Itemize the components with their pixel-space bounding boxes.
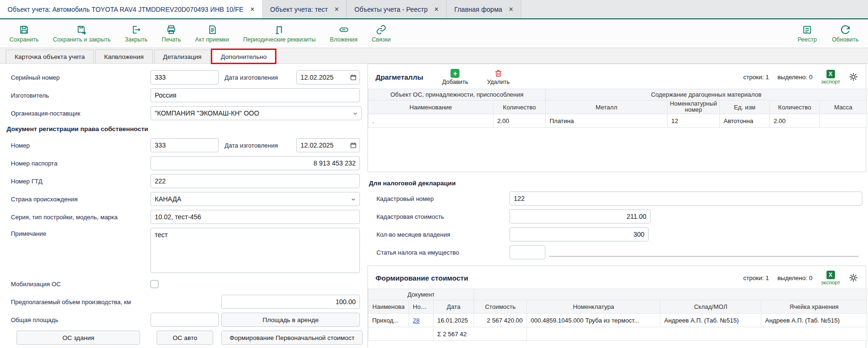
window-tab-object-rav4[interactable]: Объект учета: Автомобиль TOYOTA RAV4 JTM… (0, 0, 263, 18)
calendar-icon[interactable] (350, 142, 357, 149)
window-tab-registry[interactable]: Объекты учета - Реестр × (347, 0, 447, 18)
form-tab-bar: Карточка объекта учета Капвложения Детал… (0, 48, 868, 64)
precious-metals-section: Драгметаллы + Добавить Удалить строки: 1… (367, 64, 866, 172)
close-tab-icon[interactable]: × (434, 6, 439, 13)
rows-count: строки: 1 (743, 74, 769, 81)
cadastral-number-field[interactable] (509, 191, 862, 206)
total-row: Σ 2 567 42 (368, 327, 867, 341)
acceptance-act-button[interactable]: Акт приемки (195, 25, 229, 43)
window-tab-object-test[interactable]: Объект учета: тест × (263, 0, 347, 18)
cell-nomenclature[interactable]: 000.4859.1045.000 Труба из термост... (527, 314, 660, 327)
save-and-close-button[interactable]: Сохранить и закрыть (53, 25, 110, 43)
cell-storage-cell[interactable]: Андреев А.П. (Таб. №515) (761, 314, 867, 327)
left-form-panel: Серийный номер Дата изготовления Изготов… (0, 64, 366, 348)
total-area-field[interactable] (150, 313, 219, 327)
save-button[interactable]: Сохранить (9, 25, 39, 43)
close-tab-icon[interactable]: × (250, 6, 254, 13)
delete-row-label: Удалить (487, 79, 510, 85)
window-tab-main-form[interactable]: Главная форма × (447, 0, 521, 18)
passport-number-label: Номер паспорта (11, 160, 150, 167)
table-row[interactable]: Приход... 28 16.01.2025 2 567 420.00 000… (368, 314, 867, 327)
os-buildings-button[interactable]: ОС здания (17, 331, 140, 345)
rows-count: строки: 1 (743, 274, 769, 282)
table-row[interactable]: . 2.00 Платина 12 Автотонна 2.00 (368, 114, 867, 128)
print-button[interactable]: Печать (162, 25, 181, 43)
close-button[interactable]: Закрыть (125, 25, 148, 43)
refresh-button[interactable]: Обновить (832, 25, 859, 43)
registry-button[interactable]: Реестр (798, 25, 817, 43)
document-number-link[interactable]: 28 (413, 317, 419, 324)
cell-quantity2[interactable]: 2.00 (770, 114, 820, 128)
tab-object-card[interactable]: Карточка объекта учета (6, 50, 94, 63)
tab-detail[interactable]: Детализация (154, 50, 210, 63)
window-tab-label: Объект учета: тест (270, 6, 328, 13)
country-label: Страна происхождения (11, 196, 150, 203)
excel-export-button[interactable]: X экспорт (821, 70, 840, 84)
grid-settings-button[interactable] (849, 72, 858, 82)
cell-unit[interactable]: Автотонна (720, 114, 770, 128)
cell-doc-name[interactable]: Приход... (368, 314, 409, 327)
tax-declaration-section: Для налоговой декларации Кадастровый ном… (367, 180, 866, 263)
precious-metals-title: Драгметаллы (376, 73, 423, 81)
serial-number-field[interactable] (150, 70, 219, 84)
delete-row-button[interactable]: Удалить (487, 69, 510, 85)
links-button[interactable]: Связки (372, 25, 391, 43)
mobilization-checkbox[interactable] (150, 280, 159, 288)
total-sum-cell: Σ 2 567 42 (434, 327, 527, 341)
note-textarea[interactable]: тест (150, 228, 360, 273)
excel-export-button[interactable]: X экспорт (821, 271, 840, 285)
os-auto-button[interactable]: ОС авто (157, 331, 213, 345)
cell-metal[interactable]: Платина (546, 114, 668, 128)
group-header-empty (474, 289, 867, 300)
excel-icon: X (826, 271, 835, 279)
passport-number-field[interactable] (150, 156, 360, 170)
initial-cost-formation-button[interactable]: Формирование Первоначальной стоимост (221, 331, 363, 345)
cell-nomenclature-number[interactable]: 12 (668, 114, 720, 128)
attachments-button[interactable]: Вложения (330, 25, 358, 43)
cell-doc-number[interactable]: 28 (409, 314, 434, 327)
supplier-select[interactable] (150, 106, 362, 120)
manufacturer-field[interactable] (150, 88, 360, 102)
series-model-label: Серия, тип постройки, модель, марка (11, 214, 150, 221)
tab-label: Детализация (163, 53, 201, 60)
grid-settings-button[interactable] (849, 273, 858, 282)
acceptance-act-label: Акт приемки (195, 36, 229, 43)
gtd-number-field[interactable] (150, 174, 360, 188)
tab-label: Карточка объекта учета (15, 53, 85, 60)
group-header-document: Документ (368, 289, 474, 300)
tab-capex[interactable]: Капвложения (95, 50, 153, 63)
country-select[interactable] (150, 192, 360, 206)
doc-number-field[interactable] (150, 138, 219, 152)
note-label: Примечание (11, 228, 150, 237)
chevron-down-icon[interactable] (352, 111, 358, 116)
cell-quantity[interactable]: 2.00 (493, 114, 546, 128)
col-header-warehouse: Склад/МОЛ (660, 300, 761, 314)
cost-formation-table: Документ Наименова Номер Дата Стоимость … (368, 289, 867, 341)
close-tab-icon[interactable]: × (509, 6, 513, 13)
periodic-requisites-button[interactable]: Периодические реквизиты (243, 25, 316, 43)
property-tax-article-lookup[interactable] (549, 248, 859, 257)
cell-doc-date[interactable]: 16.01.2025 (434, 314, 474, 327)
calendar-icon[interactable] (350, 74, 357, 81)
chevron-down-icon[interactable] (351, 197, 356, 202)
series-model-field[interactable] (150, 210, 360, 224)
property-tax-article-field[interactable] (509, 245, 545, 259)
months-owned-field[interactable] (509, 227, 649, 241)
periodic-requisites-icon (274, 25, 284, 35)
save-and-close-label: Сохранить и закрыть (53, 36, 110, 43)
precious-metals-table: Объект ОС, принадлежности, приспособлени… (368, 89, 867, 128)
cell-name[interactable]: . (368, 114, 493, 128)
cell-mass[interactable] (820, 114, 867, 128)
cadastral-value-field[interactable] (509, 209, 651, 224)
selected-count: выделено: 0 (777, 274, 812, 282)
window-tab-bar: Объект учета: Автомобиль TOYOTA RAV4 JTM… (0, 0, 868, 19)
col-header-quantity: Количество (493, 100, 546, 114)
area-rent-button[interactable]: Площадь в аренде (221, 313, 360, 327)
production-volume-field[interactable] (221, 295, 360, 309)
tab-additional[interactable]: Дополнительно (212, 50, 275, 63)
cell-cost[interactable]: 2 567 420.00 (474, 314, 527, 327)
close-tab-icon[interactable]: × (334, 6, 339, 13)
excel-icon: X (826, 70, 835, 78)
cell-warehouse[interactable]: Андреев А.П. (Таб. №515) (660, 314, 761, 327)
add-row-button[interactable]: + Добавить (442, 69, 468, 85)
